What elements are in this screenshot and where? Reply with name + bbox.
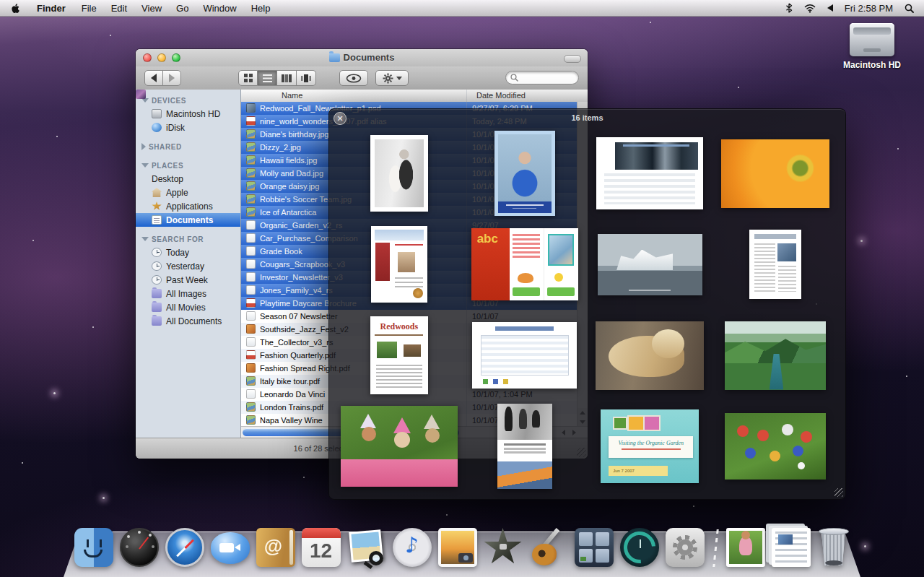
camera-icon: [458, 553, 473, 563]
dock-dashboard-icon[interactable]: [120, 528, 159, 567]
menu-item-view[interactable]: View: [134, 3, 169, 14]
dock-time-machine-icon[interactable]: [620, 528, 659, 567]
dock-imovie-icon[interactable]: [484, 528, 523, 567]
menu-item-edit[interactable]: Edit: [104, 3, 134, 14]
thumb-jones-family-newsletter[interactable]: [371, 226, 427, 303]
sidebar-section-search-for[interactable]: SEARCH FOR: [136, 233, 240, 246]
sidebar-item-label: Documents: [166, 215, 213, 225]
back-arrow-icon: [151, 74, 157, 82]
menu-item-go[interactable]: Go: [169, 3, 196, 14]
disclosure-triangle-icon[interactable]: [141, 143, 146, 150]
volume-label: Macintosh HD: [840, 60, 905, 70]
dock-address-book-icon[interactable]: [256, 528, 295, 567]
sidebar-item-idisk[interactable]: iDisk: [136, 121, 240, 134]
column-header-name[interactable]: Name: [282, 91, 302, 100]
back-button[interactable]: [144, 70, 163, 86]
forward-button[interactable]: [162, 70, 181, 86]
file-icon: [246, 415, 256, 425]
sidebar-item-apple[interactable]: Apple: [136, 186, 240, 199]
menu-item-help[interactable]: Help: [244, 3, 278, 14]
sidebar-item-all-images[interactable]: All Images: [136, 287, 240, 300]
overlay-resize-grip[interactable]: [834, 488, 843, 497]
sidebar-item-past-week[interactable]: Past Week: [136, 273, 240, 287]
search-field[interactable]: [505, 71, 579, 84]
thumb-wedding-photo[interactable]: [370, 135, 428, 212]
thumb-iceberg-photo[interactable]: [598, 234, 702, 295]
file-icon: [246, 155, 256, 165]
thumb-spreadsheet-doc[interactable]: [472, 322, 577, 389]
menu-item-file[interactable]: File: [74, 3, 104, 14]
sidebar-section-label: PLACES: [152, 162, 183, 170]
dock-finder-icon[interactable]: [74, 528, 113, 567]
dock-system-preferences-icon[interactable]: [666, 528, 705, 567]
desktop-icon-macintosh-hd[interactable]: Macintosh HD: [840, 23, 905, 70]
dock-ichat-icon[interactable]: [211, 532, 250, 564]
column-header-date-modified[interactable]: Date Modified: [476, 91, 526, 100]
thumb-redwoods-newsletter[interactable]: Redwoods: [370, 316, 428, 394]
file-icon: [246, 311, 256, 321]
dock-safari-icon[interactable]: [165, 528, 204, 567]
file-icon: [246, 402, 256, 412]
dock-pictures-stack[interactable]: [726, 528, 765, 567]
sidebar-item-yesterday[interactable]: Yesterday: [136, 259, 240, 273]
guitar-icon: [532, 544, 557, 565]
dock-itunes-icon[interactable]: [393, 528, 432, 567]
sidebar-item-applications[interactable]: Applications: [136, 199, 240, 213]
toolbar-toggle-button[interactable]: [564, 55, 581, 63]
thumb-orange-daisy-photo[interactable]: [721, 139, 829, 208]
sidebar-section-devices[interactable]: DEVICES: [136, 94, 240, 107]
sidebar-section-places[interactable]: PLACES: [136, 159, 240, 172]
action-menu-button[interactable]: [375, 70, 409, 86]
column-view-button[interactable]: [277, 70, 297, 86]
sidebar-item-label: Macintosh HD: [166, 109, 220, 119]
bluetooth-icon[interactable]: [785, 3, 793, 13]
list-view-button[interactable]: [258, 70, 277, 86]
menu-item-window[interactable]: Window: [196, 3, 243, 14]
dock-trash-icon[interactable]: [817, 528, 850, 567]
sidebar-item-desktop[interactable]: Desktop: [136, 172, 240, 186]
overlay-title: 16 items: [329, 113, 845, 122]
thumb-news-document[interactable]: [749, 230, 801, 299]
dock-preview-icon[interactable]: [347, 528, 386, 567]
sidebar-item-today[interactable]: Today: [136, 246, 240, 259]
dock-garageband-icon[interactable]: [529, 528, 568, 567]
sidebar-item-documents[interactable]: Documents: [136, 213, 240, 227]
menu-clock[interactable]: Fri 2:58 PM: [845, 3, 893, 14]
icon-view-icon: [244, 74, 253, 82]
thumb-chess-presentation[interactable]: [497, 404, 552, 489]
disclosure-triangle-icon[interactable]: [141, 237, 149, 241]
wifi-icon[interactable]: [804, 4, 816, 13]
coverflow-view-icon: [301, 74, 311, 82]
dock-documents-stack[interactable]: [772, 528, 811, 567]
volume-icon[interactable]: [827, 4, 833, 12]
ical-day-number: 12: [302, 539, 341, 563]
eye-icon: [346, 74, 362, 83]
window-titlebar[interactable]: Documents: [136, 49, 588, 67]
sidebar-item-all-documents[interactable]: All Documents: [136, 314, 240, 328]
disclosure-triangle-icon[interactable]: [141, 163, 149, 168]
dock-ical-icon[interactable]: 12: [302, 528, 341, 567]
sidebar-item-all-movies[interactable]: All Movies: [136, 300, 240, 314]
thumb-mountain-valley-photo[interactable]: [725, 321, 826, 390]
menu-app-title[interactable]: Finder: [30, 3, 73, 14]
dock-spaces-icon[interactable]: [575, 528, 614, 567]
thumb-dog-photo[interactable]: [596, 321, 704, 390]
sidebar-item-label: Today: [166, 248, 189, 258]
apple-menu-icon[interactable]: [10, 3, 21, 14]
file-icon: [246, 389, 256, 399]
sidebar-section-shared[interactable]: SHARED: [136, 140, 240, 153]
dock-iphoto-icon[interactable]: [438, 528, 477, 567]
coverflow-view-button[interactable]: [297, 70, 316, 86]
spotlight-icon[interactable]: [905, 4, 914, 13]
thumb-soccer-kids-photo[interactable]: [725, 413, 826, 480]
thumb-organic-garden-card[interactable]: Visiting the Organic Garden Jun 7 2007: [601, 409, 699, 483]
icon-view-button[interactable]: [238, 70, 258, 86]
quick-look-button[interactable]: [339, 70, 368, 86]
thumb-daycare-brochure[interactable]: abc: [471, 228, 578, 300]
sidebar-item-macintosh-hd[interactable]: Macintosh HD: [136, 107, 240, 121]
thumb-kids-party-photo[interactable]: [341, 406, 458, 487]
thumb-car-comparison-doc[interactable]: [596, 137, 703, 209]
list-view-icon: [263, 74, 272, 82]
thumb-baseball-card-photo[interactable]: [494, 131, 555, 216]
gear-icon: [383, 73, 393, 84]
